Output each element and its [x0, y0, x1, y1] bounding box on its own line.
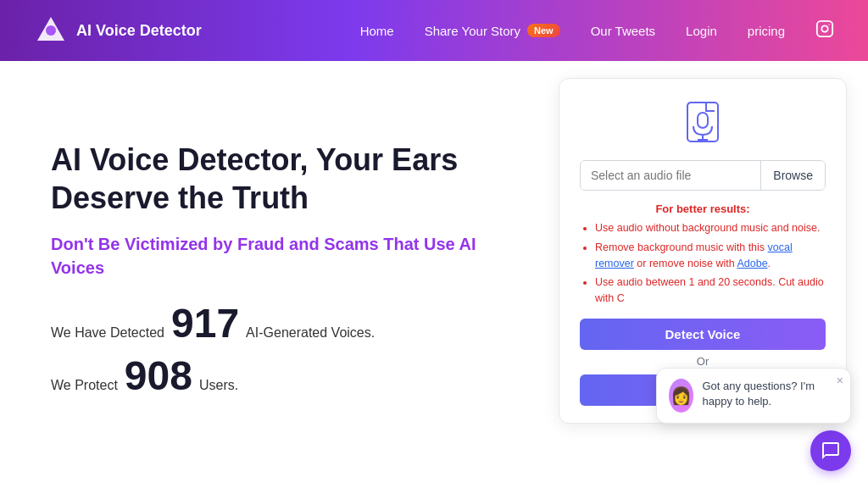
adobe-link[interactable]: Adobe	[737, 258, 767, 269]
stat-protect-suffix: Users.	[199, 378, 238, 393]
svg-point-1	[46, 25, 56, 36]
tip-1: Use audio without background music and n…	[595, 220, 826, 236]
nav-our-tweets[interactable]: Our Tweets	[591, 24, 655, 38]
chat-launcher-button[interactable]	[810, 430, 851, 471]
or-text: Or	[580, 355, 826, 368]
nav-login[interactable]: Login	[686, 24, 717, 38]
stat-detected: We Have Detected 917 AI-Generated Voices…	[51, 303, 504, 344]
chat-widget: 👩 Got any questions? I'm happy to help. …	[656, 368, 851, 471]
tips-list: Use audio without background music and n…	[580, 220, 826, 307]
header: AI Voice Detector Home Share Your Story …	[0, 0, 868, 61]
nav-home[interactable]: Home	[360, 24, 394, 38]
mic-icon-area	[580, 99, 826, 147]
hero-title: AI Voice Detector, Your Ears Deserve the…	[51, 141, 504, 217]
tip-3: Use audio between 1 and 20 seconds. Cut …	[595, 274, 826, 307]
nav-pricing[interactable]: pricing	[748, 24, 785, 38]
svg-point-3	[821, 25, 827, 31]
new-badge: New	[527, 24, 560, 37]
main-nav: Home Share Your Story New Our Tweets Log…	[360, 19, 834, 42]
mic-icon	[681, 99, 725, 147]
browse-button[interactable]: Browse	[760, 161, 825, 190]
svg-rect-6	[698, 113, 708, 128]
tip-2: Remove background music with this vocal …	[595, 240, 826, 272]
svg-point-4	[828, 24, 829, 25]
detect-voice-button[interactable]: Detect Voice	[580, 319, 826, 350]
hero-subtitle: Don't Be Victimized by Fraud and Scams T…	[51, 232, 504, 280]
left-panel: AI Voice Detector, Your Ears Deserve the…	[0, 61, 537, 488]
stat-detected-number: 917	[171, 303, 239, 344]
stat-protect-number: 908	[125, 356, 192, 396]
chat-message: Got any questions? I'm happy to help.	[702, 379, 838, 409]
instagram-icon[interactable]	[815, 19, 834, 42]
file-input[interactable]	[581, 161, 760, 190]
chat-close-button[interactable]: ×	[837, 374, 843, 387]
logo-icon	[34, 14, 68, 47]
stat-protect-prefix: We Protect	[51, 378, 118, 393]
stat-detected-prefix: We Have Detected	[51, 325, 164, 341]
chat-bubble: 👩 Got any questions? I'm happy to help. …	[656, 368, 851, 424]
stat-detected-suffix: AI-Generated Voices.	[246, 325, 375, 341]
avatar: 👩	[669, 379, 693, 413]
stat-protect: We Protect 908 Users.	[51, 356, 504, 396]
logo-text: AI Voice Detector	[76, 22, 202, 40]
svg-rect-2	[817, 21, 832, 36]
file-input-row: Browse	[580, 160, 826, 191]
logo-area: AI Voice Detector	[34, 14, 202, 47]
nav-share-story[interactable]: Share Your Story New	[425, 24, 560, 38]
better-results-heading: For better results:	[580, 202, 826, 215]
